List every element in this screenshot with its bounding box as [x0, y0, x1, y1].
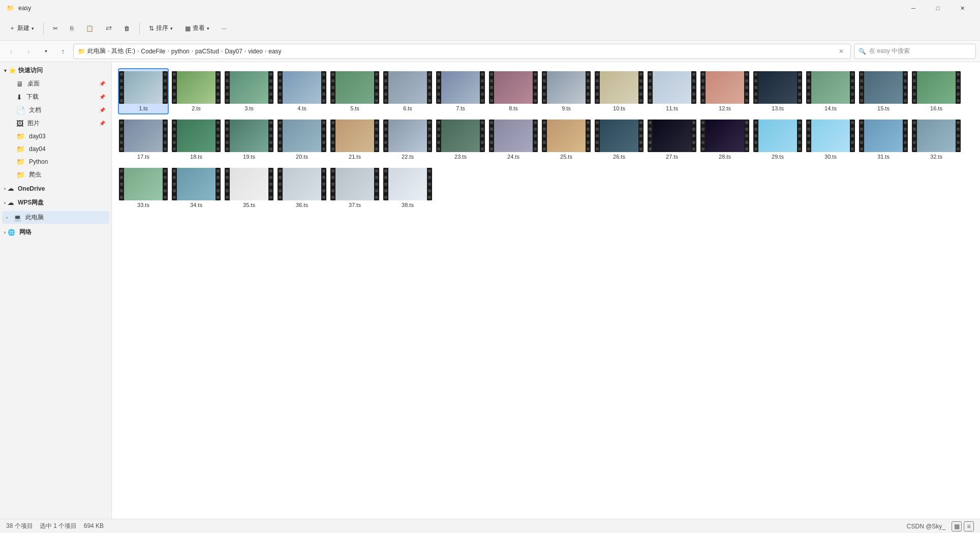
path-segment-codefile[interactable]: CodeFile [141, 48, 165, 55]
file-item-23-ts[interactable]: 23.ts [435, 116, 486, 163]
file-item-14-ts[interactable]: 14.ts [805, 68, 856, 114]
network-chevron: › [4, 230, 6, 235]
sidebar-item-desktop[interactable]: 🖥 桌面 📌 [2, 77, 109, 90]
file-item-4-ts[interactable]: 4.ts [277, 68, 327, 114]
file-item-13-ts[interactable]: 13.ts [752, 68, 803, 114]
sidebar-item-pictures[interactable]: 🖼 图片 📌 [2, 117, 109, 130]
maximize-button[interactable]: □ [926, 0, 950, 16]
film-strip-right [268, 71, 273, 104]
back-button[interactable]: ‹ [4, 44, 18, 58]
thumbnail-color [388, 120, 427, 152]
paste-button[interactable]: 📋 [81, 22, 99, 35]
path-segment-pacstud[interactable]: paCStud [195, 48, 219, 55]
file-item-28-ts[interactable]: 28.ts [699, 116, 750, 163]
sidebar-item-spider[interactable]: 📁 爬虫 [2, 168, 109, 181]
search-box[interactable]: 🔍 在 easy 中搜索 [854, 44, 976, 59]
thumbnail-color [864, 120, 903, 152]
up-button[interactable]: ↑ [56, 44, 70, 58]
file-item-1-ts[interactable]: 1.ts [118, 68, 169, 114]
status-view-icons: ▦ ≡ [952, 521, 974, 531]
film-strip-left [912, 120, 917, 152]
view-icon: ▦ [185, 25, 191, 32]
path-icon: 📁 [78, 48, 85, 55]
file-item-11-ts[interactable]: 11.ts [647, 68, 697, 114]
network-item[interactable]: › 🌐 网络 [0, 226, 111, 239]
new-button[interactable]: ＋ 新建 ▾ [4, 21, 39, 36]
delete-button[interactable]: 🗑 [119, 22, 135, 35]
path-segment-video[interactable]: video [248, 48, 263, 55]
file-item-30-ts[interactable]: 30.ts [805, 116, 856, 163]
file-item-36-ts[interactable]: 36.ts [277, 165, 327, 211]
file-item-26-ts[interactable]: 26.ts [594, 116, 645, 163]
search-icon: 🔍 [859, 48, 866, 55]
thumbnail-color [230, 120, 268, 152]
file-item-5-ts[interactable]: 5.ts [329, 68, 380, 114]
sidebar-item-documents[interactable]: 📄 文档 📌 [2, 104, 109, 116]
sidebar-item-day04[interactable]: 📁 day04 [2, 143, 109, 155]
close-button[interactable]: ✕ [951, 0, 974, 16]
file-item-34-ts[interactable]: 34.ts [171, 165, 222, 211]
thumbnail-color [283, 120, 321, 152]
path-segment-easy[interactable]: easy [268, 48, 281, 55]
onedrive-item[interactable]: › ☁ OneDrive [0, 183, 111, 194]
film-strip-right [163, 71, 168, 104]
film-strip-left [859, 120, 864, 152]
sidebar-item-day03[interactable]: 📁 day03 [2, 130, 109, 142]
forward-button[interactable]: › [21, 44, 36, 58]
file-item-31-ts[interactable]: 31.ts [858, 116, 909, 163]
path-segment-e[interactable]: 其他 (E:) [111, 47, 135, 55]
file-item-37-ts[interactable]: 37.ts [329, 165, 380, 211]
quick-access-header[interactable]: ▾ ⭐ 快速访问 [0, 64, 111, 77]
file-item-33-ts[interactable]: 33.ts [118, 165, 169, 211]
thumbnail-color [230, 168, 268, 200]
minimize-button[interactable]: ─ [902, 0, 925, 16]
sidebar-item-downloads[interactable]: ⬇ 下载 📌 [2, 91, 109, 103]
move-button[interactable]: ⮂ [101, 22, 117, 35]
details-view-button[interactable]: ≡ [964, 521, 974, 531]
sidebar-item-thispc[interactable]: › 💻 此电脑 [2, 211, 109, 224]
path-segment-pc[interactable]: 此电脑 [87, 47, 106, 55]
file-label: 17.ts [137, 154, 149, 160]
file-item-35-ts[interactable]: 35.ts [224, 165, 274, 211]
file-item-17-ts[interactable]: 17.ts [118, 116, 169, 163]
file-item-18-ts[interactable]: 18.ts [171, 116, 222, 163]
file-item-21-ts[interactable]: 21.ts [329, 116, 380, 163]
title-bar-left: 📁 easy [6, 4, 31, 12]
file-item-3-ts[interactable]: 3.ts [224, 68, 274, 114]
file-item-8-ts[interactable]: 8.ts [488, 68, 539, 114]
file-item-19-ts[interactable]: 19.ts [224, 116, 274, 163]
file-item-9-ts[interactable]: 9.ts [541, 68, 592, 114]
file-item-27-ts[interactable]: 27.ts [647, 116, 697, 163]
cut-button[interactable]: ✂ [48, 22, 63, 35]
address-clear-button[interactable]: ✕ [836, 46, 846, 56]
file-item-7-ts[interactable]: 7.ts [435, 68, 486, 114]
file-label: 35.ts [243, 202, 255, 208]
copy-button[interactable]: ⎘ [65, 22, 79, 35]
more-button[interactable]: ··· [217, 22, 232, 35]
grid-view-button[interactable]: ▦ [952, 521, 962, 531]
file-item-10-ts[interactable]: 10.ts [594, 68, 645, 114]
file-item-6-ts[interactable]: 6.ts [382, 68, 433, 114]
sort-button[interactable]: ⇅ 排序 ▾ [144, 21, 178, 36]
path-segment-day07[interactable]: Day07 [225, 48, 242, 55]
file-item-29-ts[interactable]: 29.ts [752, 116, 803, 163]
view-button[interactable]: ▦ 查看 ▾ [180, 21, 215, 36]
file-item-2-ts[interactable]: 2.ts [171, 68, 222, 114]
film-strip-left [172, 71, 177, 104]
file-item-16-ts[interactable]: 16.ts [911, 68, 962, 114]
file-item-12-ts[interactable]: 12.ts [699, 68, 750, 114]
file-item-38-ts[interactable]: 38.ts [382, 165, 433, 211]
file-item-22-ts[interactable]: 22.ts [382, 116, 433, 163]
sort-icon: ⇅ [149, 25, 154, 32]
path-segment-python[interactable]: python [171, 48, 190, 55]
file-item-24-ts[interactable]: 24.ts [488, 116, 539, 163]
thumbnail-color [230, 71, 268, 104]
file-item-25-ts[interactable]: 25.ts [541, 116, 592, 163]
address-path[interactable]: 📁 此电脑 › 其他 (E:) › CodeFile › python › pa… [73, 44, 851, 59]
file-item-15-ts[interactable]: 15.ts [858, 68, 909, 114]
wps-item[interactable]: › ☁ WPS网盘 [0, 196, 111, 209]
file-item-32-ts[interactable]: 32.ts [911, 116, 962, 163]
sidebar-item-python[interactable]: 📁 Python [2, 156, 109, 168]
file-item-20-ts[interactable]: 20.ts [277, 116, 327, 163]
dropdown-button[interactable]: ▾ [39, 44, 53, 58]
